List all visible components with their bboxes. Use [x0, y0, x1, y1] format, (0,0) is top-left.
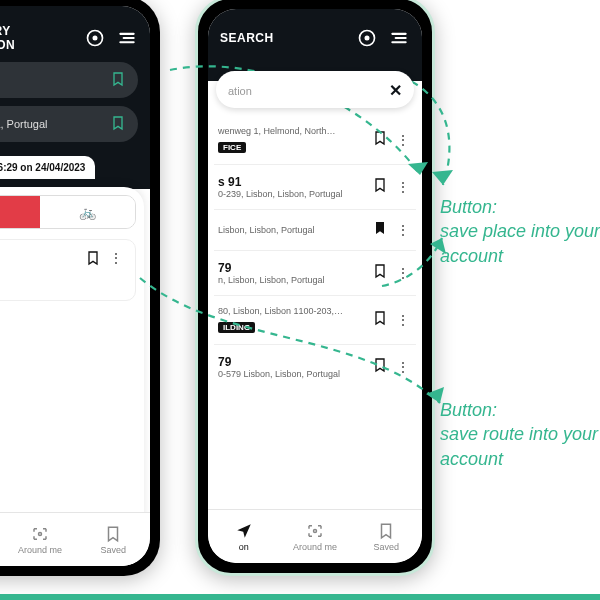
item-badge: FICE — [218, 142, 246, 153]
overflow-icon[interactable]: ⋮ — [394, 312, 412, 328]
bookmark-icon[interactable] — [372, 177, 388, 197]
mode-walk[interactable]: 🚶 — [0, 196, 40, 228]
depart-time-tab[interactable]: art after 16:29 on 24/04/2023 — [0, 156, 95, 179]
destination-field[interactable]: oz, Évora, Portugal — [0, 106, 138, 142]
tab-navigation[interactable]: on — [208, 522, 279, 552]
bookmark-icon[interactable] — [85, 250, 101, 290]
svg-point-7 — [365, 36, 368, 39]
route-duration: 2 hours — [0, 266, 79, 276]
bookmark-icon[interactable] — [110, 115, 126, 133]
item-name: s 91 — [218, 175, 366, 189]
places-list: wenweg 1, Helmond, North…FICE⋮s 910-239,… — [208, 108, 422, 563]
item-address: n, Lisbon, Lisbon, Portugal — [218, 275, 366, 285]
search-input-card[interactable]: ation ✕ — [216, 71, 414, 108]
list-item[interactable]: 79n, Lisbon, Lisbon, Portugal⋮ — [214, 250, 416, 295]
list-item[interactable]: 80, Lisbon, Lisbon 1100-203,…ILDING⋮ — [214, 295, 416, 344]
origin-text: ation — [0, 74, 110, 86]
search-input[interactable]: ation — [228, 85, 381, 97]
mode-selector: 🚶 🚲 — [0, 195, 136, 229]
item-name: 79 — [218, 355, 366, 369]
list-item[interactable]: s 910-239, Lisbon, Lisbon, Portugal⋮ — [214, 164, 416, 209]
overflow-icon[interactable]: ⋮ — [394, 359, 412, 375]
tab-around-me[interactable]: Around me — [3, 525, 76, 555]
list-item[interactable]: Lisbon, Lisbon, Portugal⋮ — [214, 209, 416, 250]
svg-marker-13 — [432, 170, 453, 185]
item-address: wenweg 1, Helmond, North… — [218, 126, 366, 136]
svg-point-5 — [38, 532, 41, 535]
tab-label: Saved — [101, 545, 127, 555]
bookmark-icon[interactable] — [372, 357, 388, 377]
list-item[interactable]: wenweg 1, Helmond, North…FICE⋮ — [214, 116, 416, 164]
overflow-icon[interactable]: ⋮ — [394, 132, 412, 148]
menu-icon[interactable] — [116, 27, 138, 49]
route-title: oz — [0, 250, 79, 264]
tab-label: Around me — [293, 542, 337, 552]
tab-label: Around me — [18, 545, 62, 555]
menu-icon[interactable] — [388, 27, 410, 49]
header-dark: ITINERARY SELECTION ation oz, Évora, Por… — [0, 6, 150, 189]
bookmark-icon[interactable] — [372, 263, 388, 283]
overflow-icon[interactable]: ⋮ — [394, 265, 412, 281]
item-address: 0-579 Lisbon, Lisbon, Portugal — [218, 369, 366, 379]
phone-search: SEARCH ation ✕ wenweg 1, Helmond, North…… — [195, 0, 435, 576]
close-icon[interactable]: ✕ — [389, 81, 402, 100]
page-title: SEARCH — [220, 31, 346, 45]
list-item[interactable]: 790-579 Lisbon, Lisbon, Portugal⋮ — [214, 344, 416, 389]
svg-point-11 — [313, 529, 316, 532]
callout-save-place: Button: save place into your account — [440, 195, 600, 268]
tab-saved[interactable]: Saved — [351, 522, 422, 552]
overflow-icon[interactable]: ⋮ — [394, 222, 412, 238]
page-title: ITINERARY SELECTION — [0, 24, 74, 52]
screen-search: SEARCH ation ✕ wenweg 1, Helmond, North…… — [208, 9, 422, 563]
bottom-tabs: on Around me Saved — [208, 509, 422, 563]
overflow-icon[interactable]: ⋮ — [394, 179, 412, 195]
origin-field[interactable]: ation — [0, 62, 138, 98]
results-panel: 🚶 🚲 oz 2 hours 18:31 ⋮ — [0, 187, 144, 566]
screen-itinerary: ITINERARY SELECTION ation oz, Évora, Por… — [0, 6, 150, 566]
item-address: Lisbon, Lisbon, Portugal — [218, 225, 366, 235]
route-card[interactable]: oz 2 hours 18:31 ⋮ — [0, 239, 136, 301]
item-address: 0-239, Lisbon, Lisbon, Portugal — [218, 189, 366, 199]
footer-strip — [0, 594, 600, 600]
item-address: 80, Lisbon, Lisbon 1100-203,… — [218, 306, 366, 316]
overflow-icon[interactable]: ⋮ — [107, 250, 125, 290]
bookmark-icon[interactable] — [372, 310, 388, 330]
target-icon[interactable] — [84, 27, 106, 49]
tab-saved[interactable]: Saved — [77, 525, 150, 555]
destination-text: oz, Évora, Portugal — [0, 118, 110, 130]
tab-around-me[interactable]: Around me — [279, 522, 350, 552]
mode-bike[interactable]: 🚲 — [40, 196, 135, 228]
item-badge: ILDING — [218, 322, 255, 333]
item-name: 79 — [218, 261, 366, 275]
bottom-tabs: on Around me Saved — [0, 512, 150, 566]
svg-point-1 — [93, 36, 96, 39]
phone-itinerary: ITINERARY SELECTION ation oz, Évora, Por… — [0, 0, 160, 576]
tab-label: on — [239, 542, 249, 552]
target-icon[interactable] — [356, 27, 378, 49]
tab-label: Saved — [374, 542, 400, 552]
bookmark-icon[interactable] — [372, 220, 388, 240]
bookmark-icon[interactable] — [372, 130, 388, 150]
callout-save-route: Button: save route into your account — [440, 398, 600, 471]
route-arrive: 18:31 — [0, 278, 79, 290]
bookmark-icon[interactable] — [110, 71, 126, 89]
